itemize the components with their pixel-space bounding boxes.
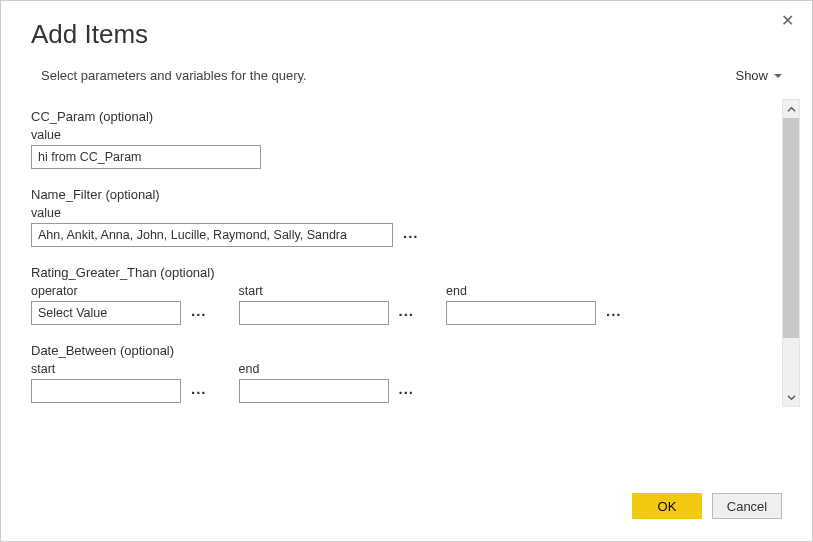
- more-icon[interactable]: ...: [604, 303, 624, 324]
- cancel-button[interactable]: Cancel: [712, 493, 782, 519]
- param-title: Rating_Greater_Than (optional): [31, 265, 772, 280]
- more-icon[interactable]: ...: [189, 303, 209, 324]
- param-title: Date_Between (optional): [31, 343, 772, 358]
- field-label: start: [239, 284, 417, 298]
- date-end-input[interactable]: [239, 379, 389, 403]
- scroll-down-icon[interactable]: [783, 388, 799, 406]
- param-cc-param: CC_Param (optional) value: [31, 109, 772, 169]
- cc-param-value-input[interactable]: [31, 145, 261, 169]
- rating-operator-select[interactable]: Select Value: [31, 301, 181, 325]
- scrollbar-thumb[interactable]: [783, 118, 799, 338]
- rating-operator-block: operator Select Value ...: [31, 284, 209, 325]
- field-label: end: [239, 362, 417, 376]
- param-title: Name_Filter (optional): [31, 187, 772, 202]
- dialog-subtitle: Select parameters and variables for the …: [41, 68, 307, 83]
- rating-start-block: start ...: [239, 284, 417, 325]
- field-label: value: [31, 128, 772, 142]
- name-filter-value-block: value ...: [31, 206, 772, 247]
- more-icon[interactable]: ...: [397, 381, 417, 402]
- form-area: CC_Param (optional) value Name_Filter (o…: [31, 99, 782, 477]
- vertical-scrollbar[interactable]: [782, 99, 800, 407]
- date-start-block: start ...: [31, 362, 209, 403]
- more-icon[interactable]: ...: [189, 381, 209, 402]
- param-name-filter: Name_Filter (optional) value ...: [31, 187, 772, 247]
- scrollbar-track[interactable]: [783, 118, 799, 388]
- add-items-dialog: ✕ Add Items Select parameters and variab…: [0, 0, 813, 542]
- close-icon[interactable]: ✕: [781, 11, 794, 30]
- date-start-input[interactable]: [31, 379, 181, 403]
- field-label: value: [31, 206, 772, 220]
- more-icon[interactable]: ...: [401, 225, 421, 246]
- date-end-block: end ...: [239, 362, 417, 403]
- param-rating-greater-than: Rating_Greater_Than (optional) operator …: [31, 265, 772, 325]
- select-value: Select Value: [38, 306, 107, 320]
- dialog-footer: OK Cancel: [1, 477, 812, 541]
- field-label: start: [31, 362, 209, 376]
- field-label: end: [446, 284, 624, 298]
- dialog-toprow: Select parameters and variables for the …: [41, 68, 782, 83]
- field-label: operator: [31, 284, 209, 298]
- show-label: Show: [735, 68, 768, 83]
- name-filter-value-input[interactable]: [31, 223, 393, 247]
- rating-start-input[interactable]: [239, 301, 389, 325]
- content-wrap: CC_Param (optional) value Name_Filter (o…: [31, 99, 800, 477]
- chevron-down-icon: [774, 74, 782, 78]
- param-date-between: Date_Between (optional) start ... end: [31, 343, 772, 403]
- scroll-up-icon[interactable]: [783, 100, 799, 118]
- show-dropdown[interactable]: Show: [735, 68, 782, 83]
- param-title: CC_Param (optional): [31, 109, 772, 124]
- more-icon[interactable]: ...: [397, 303, 417, 324]
- dialog-title: Add Items: [31, 19, 812, 50]
- ok-button[interactable]: OK: [632, 493, 702, 519]
- rating-end-block: end ...: [446, 284, 624, 325]
- rating-end-input[interactable]: [446, 301, 596, 325]
- cc-param-value-block: value: [31, 128, 772, 169]
